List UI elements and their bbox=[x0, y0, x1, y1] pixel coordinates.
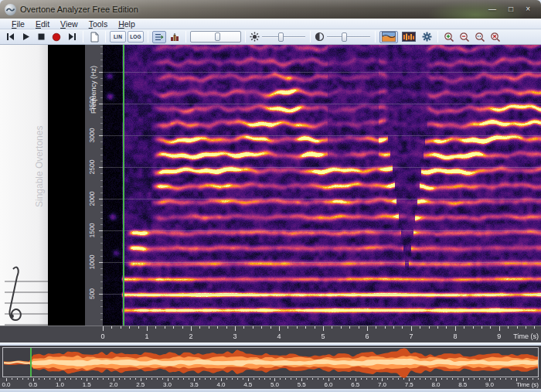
tuner-icon bbox=[170, 32, 179, 42]
play-button[interactable] bbox=[19, 31, 32, 43]
spectrogram-view-button[interactable] bbox=[379, 31, 398, 43]
display-settings-button[interactable] bbox=[420, 31, 434, 43]
record-icon bbox=[52, 32, 61, 42]
spectrogram-view-icon bbox=[382, 32, 396, 42]
toolbar-separator bbox=[148, 31, 148, 43]
zoom-in-button[interactable] bbox=[442, 31, 456, 43]
close-button[interactable]: × bbox=[526, 4, 530, 15]
window-bottom-frame bbox=[0, 389, 541, 392]
zoom-selection-icon bbox=[475, 32, 485, 43]
title-bar[interactable]: Overtone Analyzer Free Edition — □ × bbox=[0, 0, 541, 19]
waveform-view-icon bbox=[402, 32, 416, 42]
music-staff bbox=[0, 45, 48, 326]
skip-to-end-button[interactable] bbox=[65, 31, 79, 43]
contrast-icon bbox=[315, 32, 325, 42]
menu-help[interactable]: Help bbox=[113, 19, 141, 29]
toolbar-separator bbox=[105, 31, 106, 43]
log-scale-button[interactable]: LOG bbox=[128, 31, 144, 43]
brightness-slider[interactable] bbox=[261, 32, 306, 43]
zoom-out-button[interactable] bbox=[458, 31, 471, 43]
frequency-tick-label: 500 bbox=[88, 288, 96, 299]
spectrogram-time-axis bbox=[0, 326, 541, 343]
zoom-reset-icon bbox=[490, 32, 501, 43]
skip-to-start-button[interactable] bbox=[3, 31, 17, 43]
left-panel: Singable Overtones bbox=[0, 45, 48, 326]
new-document-icon bbox=[90, 32, 100, 43]
skip-to-start-icon bbox=[6, 32, 15, 41]
window-title: Overtone Analyzer Free Edition bbox=[20, 5, 138, 14]
frequency-axis: Frequency (Hz) 3500300025002000150010005… bbox=[85, 45, 103, 326]
frequency-tick-label: 2000 bbox=[88, 192, 96, 206]
frequency-tick-label: 1500 bbox=[88, 223, 96, 238]
toolbar-separator bbox=[437, 31, 438, 43]
toolbar-separator bbox=[310, 31, 311, 43]
skip-to-end-icon bbox=[68, 32, 77, 41]
contrast-slider-thumb[interactable] bbox=[342, 32, 347, 42]
frequency-tick-label: 3500 bbox=[88, 97, 96, 111]
overtone-lines-icon bbox=[155, 32, 164, 42]
treble-clef-icon bbox=[9, 268, 20, 320]
play-icon bbox=[22, 32, 30, 41]
minimize-button[interactable]: — bbox=[488, 4, 496, 15]
frequency-tick-label: 1000 bbox=[88, 255, 96, 270]
toolbar-separator bbox=[245, 31, 246, 43]
menu-bar: File Edit View Tools Help bbox=[0, 19, 541, 29]
contrast-slider[interactable] bbox=[326, 32, 371, 43]
menu-tools[interactable]: Tools bbox=[83, 19, 114, 29]
menu-view[interactable]: View bbox=[55, 19, 83, 29]
zoom-in-icon bbox=[444, 32, 454, 43]
overtone-lines-button[interactable] bbox=[152, 31, 166, 43]
menu-edit[interactable]: Edit bbox=[30, 19, 55, 29]
menu-file[interactable]: File bbox=[6, 19, 30, 29]
linear-scale-button[interactable]: LIN bbox=[110, 31, 126, 43]
volume-slider[interactable] bbox=[190, 31, 241, 43]
new-recording-button[interactable] bbox=[87, 31, 101, 43]
stop-button[interactable] bbox=[34, 31, 48, 43]
zoom-reset-button[interactable] bbox=[488, 31, 502, 43]
spectrogram[interactable] bbox=[103, 45, 541, 326]
toolbar-separator bbox=[375, 31, 376, 43]
volume-slider-thumb[interactable] bbox=[215, 32, 220, 41]
toolbar-separator bbox=[185, 31, 186, 43]
waveform-overview[interactable] bbox=[0, 346, 541, 389]
zoom-selection-button[interactable] bbox=[473, 31, 487, 43]
frequency-tick-label: 2500 bbox=[88, 160, 96, 175]
maximize-button[interactable]: □ bbox=[509, 4, 513, 15]
stop-icon bbox=[37, 32, 46, 41]
toolbar-separator bbox=[83, 31, 83, 43]
frequency-tick-label: 3000 bbox=[88, 128, 96, 143]
brightness-icon bbox=[250, 32, 260, 42]
record-button[interactable] bbox=[49, 31, 63, 43]
main-area: Singable Overtones Frequency (Hz) 350030… bbox=[0, 45, 541, 326]
gear-icon bbox=[422, 32, 432, 42]
zoom-out-icon bbox=[459, 32, 470, 43]
app-icon bbox=[5, 4, 16, 15]
brightness-slider-thumb[interactable] bbox=[278, 32, 284, 42]
app-window: Overtone Analyzer Free Edition — □ × Fil… bbox=[0, 0, 541, 392]
tuner-button[interactable] bbox=[168, 31, 182, 43]
waveform-view-button[interactable] bbox=[400, 31, 418, 43]
toolbar: LIN LOG bbox=[0, 29, 541, 45]
